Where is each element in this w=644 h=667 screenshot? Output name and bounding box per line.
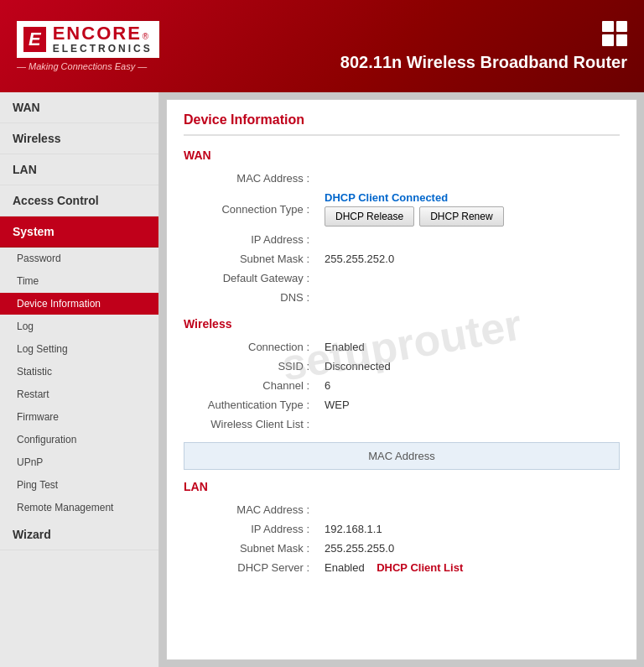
sidebar-item-upnp[interactable]: UPnP [0, 451, 158, 474]
wireless-ssid-row: SSID : Disconnected [184, 357, 620, 376]
wireless-channel-label: Channel : [184, 376, 318, 395]
sidebar-item-wireless[interactable]: Wireless [0, 123, 158, 154]
lan-subnet-value: 255.255.255.0 [318, 539, 620, 558]
wireless-ssid-label: SSID : [184, 357, 318, 376]
sidebar-item-time[interactable]: Time [0, 270, 158, 293]
mac-address-bar: MAC Address [184, 442, 620, 470]
wireless-channel-value: 6 [318, 376, 620, 395]
lan-subnet-row: Subnet Mask : 255.255.255.0 [184, 539, 620, 558]
wireless-client-value [318, 414, 620, 434]
sidebar-item-remote-management[interactable]: Remote Management [0, 497, 158, 519]
wireless-section-label: Wireless [184, 317, 620, 331]
lan-dhcp-row: DHCP Server : Enabled DHCP Client List [184, 558, 620, 577]
logo-encore: ENCORE [53, 24, 142, 43]
header-right: 802.11n Wireless Broadband Router [340, 21, 627, 72]
dhcp-buttons: DHCP Release DHCP Renew [325, 206, 613, 227]
logo-electronics: ELECTRONICS [53, 43, 153, 55]
sidebar-item-configuration[interactable]: Configuration [0, 429, 158, 451]
wireless-channel-row: Channel : 6 [184, 376, 620, 395]
lan-ip-label: IP Address : [184, 519, 318, 539]
wireless-connection-row: Connection : Enabled [184, 337, 620, 357]
sidebar-item-restart[interactable]: Restart [0, 383, 158, 406]
wan-dns-value [318, 288, 620, 307]
grid-cell-3 [602, 34, 614, 46]
header: E ENCORE ® ELECTRONICS — Making Connecti… [0, 0, 644, 92]
lan-dhcp-value: Enabled DHCP Client List [318, 558, 620, 577]
wireless-auth-row: Authentication Type : WEP [184, 395, 620, 414]
lan-dhcp-label: DHCP Server : [184, 558, 318, 577]
header-title: 802.11n Wireless Broadband Router [340, 53, 627, 72]
dhcp-renew-button[interactable]: DHCP Renew [419, 206, 503, 227]
sidebar-item-log-setting[interactable]: Log Setting [0, 338, 158, 361]
lan-mac-value [318, 500, 620, 519]
content-inner: setuprouter Device Information WAN MAC A… [184, 112, 620, 577]
wireless-client-label: Wireless Client List : [184, 414, 318, 434]
logo-shield: E [23, 27, 46, 52]
dhcp-client-list-link[interactable]: DHCP Client List [377, 561, 463, 574]
wireless-ssid-value[interactable]: Disconnected [318, 357, 620, 376]
wan-dns-label: DNS : [184, 288, 318, 307]
wireless-table: Connection : Enabled SSID : Disconnected… [184, 337, 620, 434]
sidebar-item-log[interactable]: Log [0, 315, 158, 338]
wireless-auth-label: Authentication Type : [184, 395, 318, 414]
lan-ip-row: IP Address : 192.168.1.1 [184, 519, 620, 539]
sidebar-item-wizard[interactable]: Wizard [0, 519, 158, 550]
wan-section-label: WAN [184, 149, 620, 162]
sidebar-item-wan[interactable]: WAN [0, 92, 158, 123]
sidebar-item-device-information[interactable]: Device Information [0, 293, 158, 315]
wan-gateway-label: Default Gateway : [184, 268, 318, 288]
lan-table: MAC Address : IP Address : 192.168.1.1 S… [184, 500, 620, 577]
wan-ip-label: IP Address : [184, 230, 318, 249]
wan-mac-label: MAC Address : [184, 169, 318, 188]
page-title: Device Information [184, 112, 620, 136]
sidebar-item-access-control[interactable]: Access Control [0, 185, 158, 216]
sidebar-item-ping-test[interactable]: Ping Test [0, 474, 158, 497]
wan-connection-label: Connection Type : [184, 188, 318, 230]
registered-mark: ® [143, 32, 148, 41]
content-area: setuprouter Device Information WAN MAC A… [166, 99, 637, 660]
wan-table: MAC Address : Connection Type : DHCP Cli… [184, 169, 620, 307]
lan-section-label: LAN [184, 480, 620, 493]
sidebar-system-header[interactable]: System [0, 216, 158, 248]
wan-gateway-row: Default Gateway : [184, 268, 620, 288]
wan-mac-value [318, 169, 620, 188]
sidebar-item-firmware[interactable]: Firmware [0, 406, 158, 429]
grid-cell-4 [616, 34, 628, 46]
wan-gateway-value [318, 268, 620, 288]
lan-mac-row: MAC Address : [184, 500, 620, 519]
wireless-client-row: Wireless Client List : [184, 414, 620, 434]
wan-subnet-row: Subnet Mask : 255.255.252.0 [184, 249, 620, 268]
wireless-connection-label: Connection : [184, 337, 318, 357]
wireless-connection-value: Enabled [318, 337, 620, 357]
dhcp-release-button[interactable]: DHCP Release [325, 206, 414, 227]
wan-connection-value: DHCP Client Connected DHCP Release DHCP … [318, 188, 620, 230]
wan-ip-row: IP Address : [184, 230, 620, 249]
lan-ip-value[interactable]: 192.168.1.1 [318, 519, 620, 539]
sidebar-item-password[interactable]: Password [0, 248, 158, 270]
sidebar: WAN Wireless LAN Access Control System P… [0, 92, 159, 667]
wan-connection-row: Connection Type : DHCP Client Connected … [184, 188, 620, 230]
wan-subnet-value: 255.255.252.0 [318, 249, 620, 268]
grid-icon [602, 21, 627, 46]
sidebar-item-statistic[interactable]: Statistic [0, 361, 158, 383]
wan-dns-row: DNS : [184, 288, 620, 307]
logo-area: E ENCORE ® ELECTRONICS — Making Connecti… [17, 21, 159, 71]
dhcp-status: DHCP Client Connected [325, 191, 613, 204]
logo-tagline: — Making Connections Easy — [17, 61, 147, 71]
wan-ip-value [318, 230, 620, 249]
grid-cell-2 [616, 21, 628, 33]
lan-dhcp-enabled: Enabled [325, 561, 365, 574]
sidebar-item-lan[interactable]: LAN [0, 154, 158, 185]
wan-mac-row: MAC Address : [184, 169, 620, 188]
wan-subnet-label: Subnet Mask : [184, 249, 318, 268]
lan-mac-label: MAC Address : [184, 500, 318, 519]
grid-cell-1 [602, 21, 614, 33]
wireless-auth-value[interactable]: WEP [318, 395, 620, 414]
logo-box: E ENCORE ® ELECTRONICS [17, 21, 159, 58]
logo-text-area: ENCORE ® ELECTRONICS [53, 24, 153, 55]
lan-subnet-label: Subnet Mask : [184, 539, 318, 558]
main-container: WAN Wireless LAN Access Control System P… [0, 92, 644, 667]
